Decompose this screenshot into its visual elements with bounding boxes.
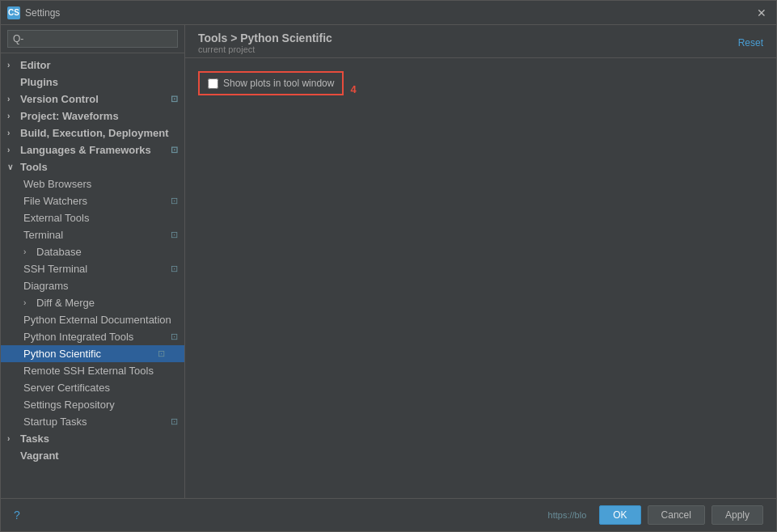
chevron-right-icon: › [7, 434, 17, 443]
sidebar-item-external-tools[interactable]: External Tools [1, 209, 184, 226]
sidebar-item-settings-repository[interactable]: Settings Repository [1, 396, 184, 413]
app-icon: CS [7, 6, 20, 19]
sidebar-item-label: Diagrams [23, 280, 69, 292]
footer-right: https://blo OK Cancel Apply [548, 505, 763, 525]
sidebar-item-label: Python Scientific [23, 348, 101, 360]
sidebar-item-label: Python Integrated Tools [23, 331, 133, 343]
sidebar-item-ssh-terminal[interactable]: SSH Terminal ⊡ [1, 260, 184, 277]
copy-icon: ⊡ [171, 94, 178, 104]
sidebar-item-label: SSH Terminal [23, 263, 87, 275]
sidebar-item-diagrams[interactable]: Diagrams [1, 277, 184, 294]
step4-area: Show plots in tool window 4 [198, 71, 763, 95]
sidebar-nav: › Editor Plugins › Version Control ⊡ › [1, 53, 184, 498]
copy-icon: ⊡ [158, 348, 165, 359]
sidebar-item-label: Editor [20, 59, 51, 71]
sidebar: › Editor Plugins › Version Control ⊡ › [1, 25, 185, 498]
copy-icon: ⊡ [171, 416, 178, 427]
sidebar-item-plugins[interactable]: Plugins [1, 74, 184, 91]
copy-icon: ⊡ [171, 230, 178, 240]
sidebar-item-label: Plugins [20, 76, 58, 88]
sidebar-item-tasks[interactable]: › Tasks [1, 430, 184, 447]
sidebar-item-database[interactable]: › Database [1, 243, 184, 260]
main-panel: Tools > Python Scientific current projec… [185, 25, 776, 498]
footer: ? https://blo OK Cancel Apply [1, 498, 776, 531]
sidebar-item-tools[interactable]: ∨ Tools [1, 158, 184, 175]
copy-icon: ⊡ [171, 145, 178, 155]
settings-content: Show plots in tool window 4 [185, 58, 776, 498]
sidebar-item-label: Build, Execution, Deployment [20, 127, 168, 139]
sidebar-item-diff-merge[interactable]: › Diff & Merge [1, 294, 184, 311]
sidebar-item-web-browsers[interactable]: Web Browsers [1, 175, 184, 192]
checkbox-container: Show plots in tool window 4 [198, 71, 763, 95]
reset-button[interactable]: Reset [738, 37, 763, 49]
sidebar-item-version-control[interactable]: › Version Control ⊡ [1, 91, 184, 108]
chevron-right-icon: › [7, 95, 17, 103]
sidebar-item-label: Database [36, 246, 82, 258]
page-subtitle: current project [198, 44, 332, 54]
search-input[interactable] [7, 30, 178, 48]
chevron-right-icon: › [23, 298, 33, 307]
sidebar-item-label: External Tools [23, 212, 89, 224]
apply-button[interactable]: Apply [712, 505, 763, 525]
page-title: Tools > Python Scientific [198, 32, 332, 44]
main-header: Tools > Python Scientific current projec… [185, 25, 776, 58]
chevron-right-icon: › [23, 247, 33, 256]
settings-window: CS Settings ✕ › Editor Plugins [0, 0, 777, 532]
step4-marker: 4 [350, 83, 356, 95]
sidebar-item-label: Vagrant [20, 450, 59, 462]
chevron-down-icon: ∨ [7, 163, 17, 171]
show-plots-checkbox-row: Show plots in tool window [198, 71, 344, 95]
chevron-right-icon: › [7, 112, 17, 120]
sidebar-item-file-watchers[interactable]: File Watchers ⊡ [1, 192, 184, 209]
copy-icon: ⊡ [171, 196, 178, 206]
sidebar-item-label: Python External Documentation [23, 314, 171, 326]
sidebar-item-label: Remote SSH External Tools [23, 365, 154, 377]
sidebar-item-server-certificates[interactable]: Server Certificates [1, 379, 184, 396]
footer-url: https://blo [548, 510, 587, 520]
chevron-right-icon: › [7, 61, 17, 70]
sidebar-item-startup-tasks[interactable]: Startup Tasks ⊡ [1, 413, 184, 430]
sidebar-item-vagrant[interactable]: Vagrant [1, 447, 184, 464]
help-button[interactable]: ? [14, 509, 20, 521]
copy-icon: ⊡ [171, 264, 178, 274]
sidebar-item-label: File Watchers [23, 195, 87, 207]
title-bar: CS Settings ✕ [1, 1, 776, 25]
sidebar-item-editor[interactable]: › Editor [1, 57, 184, 74]
sidebar-item-label: Tasks [20, 433, 49, 445]
sidebar-item-label: Diff & Merge [36, 297, 95, 309]
sidebar-item-label: Version Control [20, 93, 99, 105]
sidebar-item-project-waveforms[interactable]: › Project: Waveforms [1, 108, 184, 125]
sidebar-item-python-scientific[interactable]: Python Scientific ⊡ [1, 345, 184, 362]
sidebar-item-label: Languages & Frameworks [20, 144, 151, 156]
window-title: Settings [25, 7, 754, 19]
show-plots-checkbox[interactable] [208, 78, 218, 89]
search-box [1, 25, 184, 53]
close-button[interactable]: ✕ [754, 5, 770, 21]
sidebar-item-python-integrated-tools[interactable]: Python Integrated Tools ⊡ [1, 328, 184, 345]
sidebar-item-label: Server Certificates [23, 382, 110, 394]
sidebar-item-label: Web Browsers [23, 178, 91, 190]
cancel-button[interactable]: Cancel [648, 505, 705, 525]
sidebar-item-label: Project: Waveforms [20, 110, 119, 122]
sidebar-item-remote-ssh-external-tools[interactable]: Remote SSH External Tools [1, 362, 184, 379]
sidebar-item-label: Startup Tasks [23, 416, 87, 428]
checkbox-label: Show plots in tool window [223, 78, 334, 89]
sidebar-item-label: Terminal [23, 229, 63, 241]
sidebar-item-languages-frameworks[interactable]: › Languages & Frameworks ⊡ [1, 141, 184, 158]
sidebar-item-label: Settings Repository [23, 399, 115, 411]
chevron-right-icon: › [7, 129, 17, 137]
sidebar-item-label: Tools [20, 161, 48, 173]
sidebar-item-build-execution-deployment[interactable]: › Build, Execution, Deployment [1, 125, 184, 141]
ok-button[interactable]: OK [599, 505, 640, 525]
chevron-right-icon: › [7, 146, 17, 154]
sidebar-item-terminal[interactable]: Terminal ⊡ [1, 226, 184, 243]
main-content-area: › Editor Plugins › Version Control ⊡ › [1, 25, 776, 498]
sidebar-item-python-external-documentation[interactable]: Python External Documentation [1, 311, 184, 328]
copy-icon: ⊡ [171, 331, 178, 342]
